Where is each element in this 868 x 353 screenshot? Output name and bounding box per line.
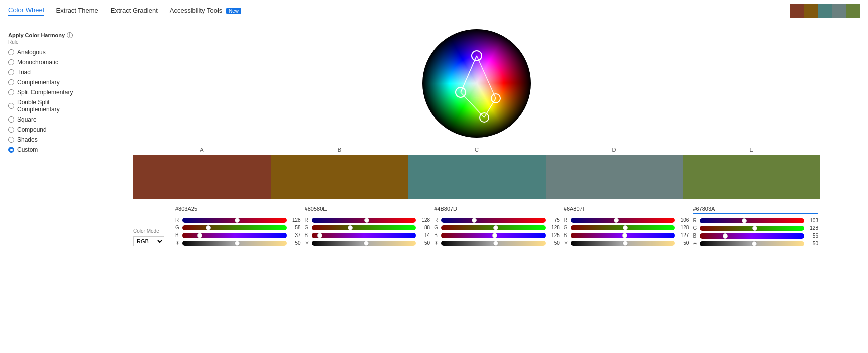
color-band-e[interactable]: [683, 155, 820, 199]
slider-label: ☀: [305, 240, 310, 246]
harmony-option-monochromatic[interactable]: Monochromatic: [8, 59, 77, 66]
color-band-c[interactable]: [408, 155, 546, 199]
harmony-option-triad[interactable]: Triad: [8, 69, 77, 76]
harmony-option-complementary[interactable]: Complementary: [8, 79, 77, 86]
slider-thumb: [348, 225, 353, 230]
top-swatch[interactable]: [818, 4, 832, 18]
slider-track[interactable]: [312, 241, 416, 246]
slider-label: R: [175, 217, 180, 223]
slider-value: 88: [418, 225, 430, 230]
color-mode-select[interactable]: RGBHSLHSBCMYK: [133, 236, 164, 246]
info-icon[interactable]: i: [67, 32, 73, 38]
slider-label: B: [434, 232, 439, 238]
harmony-options: AnalogousMonochromaticTriadComplementary…: [8, 49, 77, 153]
harmony-option-double-split-complementary[interactable]: Double Split Complementary: [8, 99, 77, 113]
slider-value: 128: [289, 217, 301, 223]
slider-row-b: B125: [434, 232, 560, 238]
top-swatch[interactable]: [790, 4, 804, 18]
harmony-option-split-complementary[interactable]: Split Complementary: [8, 89, 77, 96]
top-swatch[interactable]: [832, 4, 846, 18]
hex-input-2[interactable]: [434, 205, 560, 213]
slider-value: 50: [548, 240, 560, 246]
slider-thumb: [752, 226, 757, 231]
color-band-b[interactable]: [271, 155, 408, 199]
radio-circle: [8, 116, 14, 123]
color-column-1: R128G88B14☀50: [303, 205, 432, 248]
slider-track[interactable]: [312, 225, 416, 230]
harmony-option-square[interactable]: Square: [8, 116, 77, 123]
harmony-option-custom[interactable]: Custom: [8, 146, 77, 153]
slider-track[interactable]: [312, 218, 416, 223]
slider-label: B: [564, 232, 569, 238]
color-column-3: R106G128B127☀50: [562, 205, 691, 248]
slider-value: 128: [418, 217, 430, 223]
band-label: E: [683, 147, 820, 153]
color-column-4: R103G128B56☀50: [691, 205, 820, 248]
slider-track[interactable]: [571, 218, 675, 223]
slider-row-g: G58: [175, 225, 301, 230]
slider-track[interactable]: [312, 233, 416, 238]
color-band-a[interactable]: [133, 155, 271, 199]
slider-thumb: [742, 218, 747, 223]
slider-label: G: [693, 225, 698, 231]
slider-label: B: [175, 232, 180, 238]
radio-circle: [8, 103, 14, 109]
slider-thumb: [472, 218, 477, 223]
hex-input-4[interactable]: [693, 205, 818, 214]
nav-extract-theme[interactable]: Extract Theme: [56, 7, 98, 15]
new-badge: New: [226, 8, 241, 14]
slider-value: 56: [806, 233, 818, 239]
slider-track[interactable]: [700, 241, 804, 246]
slider-track[interactable]: [700, 226, 804, 231]
top-swatch[interactable]: [846, 4, 860, 18]
slider-value: 128: [548, 225, 560, 230]
radio-circle: [8, 79, 14, 85]
slider-row-g: G128: [564, 225, 689, 230]
slider-track[interactable]: [441, 233, 546, 238]
slider-track[interactable]: [571, 225, 675, 230]
slider-label: R: [564, 217, 569, 223]
hex-input-1[interactable]: [305, 205, 430, 213]
slider-thumb: [364, 218, 369, 223]
color-wheel[interactable]: [421, 28, 532, 139]
slider-track[interactable]: [571, 233, 675, 238]
band-label: A: [133, 147, 271, 153]
slider-track[interactable]: [182, 218, 287, 223]
color-band-d[interactable]: [546, 155, 683, 199]
slider-value: 50: [289, 240, 301, 246]
slider-label: R: [434, 217, 439, 223]
center-content: ABCDE Color Mode RGBHSLHSBCMYK R128G58B3…: [85, 28, 868, 248]
slider-value: 103: [806, 218, 818, 223]
slider-track[interactable]: [182, 225, 287, 230]
nav-color-wheel[interactable]: Color Wheel: [8, 6, 44, 16]
radio-circle: [8, 49, 14, 55]
slider-track[interactable]: [441, 225, 546, 230]
wheel-svg: [421, 28, 532, 139]
harmony-option-compound[interactable]: Compound: [8, 126, 77, 133]
hex-input-3[interactable]: [564, 205, 689, 213]
band-label: D: [546, 147, 683, 153]
nav-extract-gradient[interactable]: Extract Gradient: [111, 7, 158, 15]
nav-accessibility[interactable]: Accessibility Tools New: [170, 7, 241, 15]
slider-label: G: [175, 225, 180, 230]
slider-track[interactable]: [182, 233, 287, 238]
slider-track[interactable]: [700, 233, 804, 239]
slider-value: 125: [548, 232, 560, 238]
slider-track[interactable]: [441, 218, 546, 223]
slider-track[interactable]: [182, 241, 287, 246]
slider-track[interactable]: [700, 218, 804, 223]
slider-track[interactable]: [441, 241, 546, 246]
slider-label: G: [305, 225, 310, 230]
slider-value: 50: [806, 241, 818, 246]
harmony-option-analogous[interactable]: Analogous: [8, 49, 77, 56]
top-swatch[interactable]: [804, 4, 818, 18]
slider-track[interactable]: [571, 241, 675, 246]
slider-row-g: G128: [693, 225, 818, 231]
slider-row-☀: ☀50: [434, 240, 560, 246]
band-label: B: [271, 147, 408, 153]
slider-row-b: B14: [305, 232, 430, 238]
color-bands[interactable]: [133, 155, 820, 199]
hex-input-0[interactable]: [175, 205, 301, 213]
harmony-option-shades[interactable]: Shades: [8, 136, 77, 143]
harmony-sidebar: Apply Color Harmony i Rule AnalogousMono…: [0, 28, 85, 248]
